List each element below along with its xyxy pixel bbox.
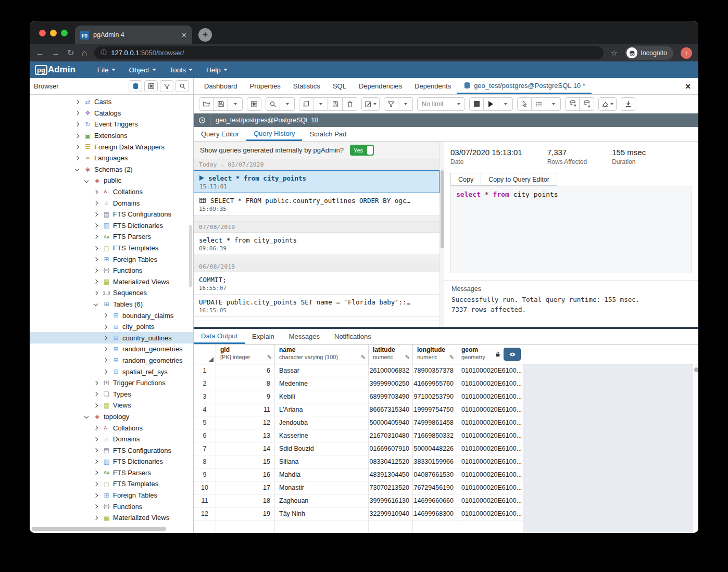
expand-icon[interactable] (103, 324, 107, 328)
cell-geom[interactable]: 0101000020E6100... (457, 416, 523, 429)
rollback-button[interactable] (580, 97, 594, 111)
cell-latitude[interactable]: 36.50000405940 (369, 416, 413, 429)
back-icon[interactable]: ← (36, 49, 44, 57)
cell-geom[interactable]: 0101000020E6100... (457, 364, 523, 377)
cell-geom[interactable]: 0101000020E6100... (457, 507, 523, 520)
expand-icon[interactable] (94, 257, 98, 261)
tree-item-country-outlines[interactable]: ⊞country_outlines (30, 332, 193, 344)
forward-icon[interactable]: → (52, 49, 60, 57)
cell-name[interactable]: Kasserine (275, 429, 369, 442)
cell-gid[interactable]: 18 (216, 494, 275, 507)
browser-tab[interactable]: pg pgAdmin 4 ✕ (75, 26, 192, 44)
expand-icon[interactable] (75, 133, 79, 137)
column-header-latitude[interactable]: latitudenumeric✎ (369, 345, 413, 364)
tree-item-topology[interactable]: ◈topology (30, 411, 193, 423)
internal-queries-toggle[interactable]: Yes (350, 145, 374, 156)
cell-geom[interactable]: 0101000020E6100... (457, 455, 523, 468)
objects-button[interactable] (129, 80, 142, 92)
expand-icon[interactable] (94, 189, 98, 194)
cell-gid[interactable]: 14 (216, 442, 275, 455)
tree-item-fts-dictionaries[interactable]: ▥FTS Dictionaries (30, 456, 193, 467)
grid-vscrollbar[interactable] (693, 364, 698, 533)
cell-gid[interactable]: 15 (216, 455, 275, 468)
close-tab-icon[interactable]: ✕ (677, 78, 698, 94)
tree-item-event-triggers[interactable]: ↻Event Triggers (30, 119, 193, 130)
filter-toolbar-button[interactable] (384, 97, 398, 111)
cell-gid[interactable]: 19 (216, 507, 275, 520)
cell-name[interactable]: L'Ariana (275, 403, 369, 416)
filter-dropdown-button[interactable] (398, 97, 413, 111)
row-number[interactable]: 7 (194, 442, 216, 455)
cell-name[interactable]: Tây Ninh (275, 507, 369, 520)
tab-query-tool[interactable]: geo_test/postgres@PostgreSQL 10 * (457, 78, 592, 94)
cell-longitude[interactable]: 8.71669850332 (413, 429, 457, 442)
output-tab-explain[interactable]: Explain (245, 329, 282, 344)
tree-item-materialized-views[interactable]: ▦Materialized Views (30, 276, 193, 288)
cell-longitude[interactable]: 8.74999861458 (413, 416, 457, 429)
cell-geom[interactable]: 0101000020E6100... (457, 403, 523, 416)
tree-item-catalogs[interactable]: ❖Catalogs (30, 108, 193, 119)
collapse-icon[interactable] (94, 302, 98, 306)
limit-select[interactable]: No limit (417, 97, 465, 111)
cell-latitude[interactable]: 33.39999900250 (369, 377, 413, 390)
expand-icon[interactable] (94, 201, 98, 205)
search-button[interactable] (175, 80, 189, 92)
tree-item-random-geometries[interactable]: ⊞random_geometries (30, 344, 193, 355)
tree-item-sequences[interactable]: 1..3Sequences (30, 287, 193, 299)
address-input[interactable]: ⓘ 127.0.0.1:5050/browser/ (94, 46, 604, 59)
cell-name[interactable]: Siliana (275, 455, 369, 468)
tab-dashboard[interactable]: Dashboard (198, 78, 244, 94)
output-tab-messages[interactable]: Messages (282, 329, 327, 344)
tab-sql[interactable]: SQL (327, 78, 353, 94)
tree-item-schemas-2-[interactable]: ◈Schemas (2) (30, 164, 193, 175)
tree-item-fts-dictionaries[interactable]: ▥FTS Dictionaries (30, 220, 193, 232)
find-button[interactable] (266, 97, 280, 111)
expand-icon[interactable] (94, 426, 98, 430)
history-entry[interactable]: COMMIT;16:55:07 (194, 272, 440, 295)
cell-geom[interactable]: 0101000020E6100... (457, 481, 523, 494)
qtab-scratch-pad[interactable]: Scratch Pad (302, 127, 354, 141)
expand-icon[interactable] (94, 504, 98, 509)
find-dropdown-button[interactable] (280, 97, 295, 111)
tree-item-city-points[interactable]: ⊞city_points (30, 321, 193, 333)
maximize-window-button[interactable] (61, 30, 68, 36)
tree-item-functions[interactable]: {≡}Functions (30, 501, 193, 512)
expand-icon[interactable] (103, 347, 107, 351)
tree-item-extensions[interactable]: ▣Extensions (30, 130, 193, 142)
history-scrollbar[interactable] (440, 142, 444, 327)
delete-button[interactable] (343, 97, 357, 111)
expand-icon[interactable] (94, 482, 98, 486)
explain-dropdown-button[interactable] (546, 97, 561, 111)
expand-icon[interactable] (75, 111, 79, 115)
bookmark-star-icon[interactable]: ☆ (611, 48, 618, 58)
history-entry[interactable]: select * from city_points15:13:01 (194, 170, 440, 193)
cell-latitude[interactable]: 35.21670310480 (369, 429, 413, 442)
tree-item-foreign-tables[interactable]: ⊞Foreign Tables (30, 253, 193, 265)
select-all-corner[interactable] (194, 345, 216, 364)
expand-icon[interactable] (94, 246, 98, 250)
cell-gid[interactable]: 17 (216, 481, 275, 494)
tree-item-fts-templates[interactable]: ▢FTS Templates (30, 243, 193, 254)
execute-dropdown-button[interactable] (498, 97, 513, 111)
expand-icon[interactable] (103, 336, 107, 340)
cell-gid[interactable]: 8 (216, 377, 275, 390)
cell-longitude[interactable]: 9.50000448226 (413, 442, 457, 455)
collapse-icon[interactable] (75, 167, 79, 171)
history-entry[interactable]: select * from city_points (194, 317, 440, 321)
row-number[interactable]: 11 (194, 494, 216, 507)
tab-close-icon[interactable]: ✕ (181, 31, 187, 39)
expand-icon[interactable] (103, 358, 107, 362)
commit-button[interactable] (565, 97, 580, 111)
tree-item-casts[interactable]: ⇄Casts (30, 96, 193, 108)
expand-icon[interactable] (94, 516, 98, 520)
explain-analyze-button[interactable] (532, 97, 546, 111)
tree-item-domains[interactable]: ⌂Domains (30, 434, 193, 445)
tree-item-materialized-views[interactable]: ▦Materialized Views (30, 512, 193, 524)
tree-item-functions[interactable]: {≡}Functions (30, 265, 193, 276)
tree-item-collations[interactable]: A↓Collations (30, 422, 193, 434)
tree-item-domains[interactable]: ⌂Domains (30, 197, 193, 209)
row-number[interactable]: 3 (194, 390, 216, 403)
tree-item-collations[interactable]: A↓Collations (30, 186, 193, 198)
cell-name[interactable]: Sdid Bouzid (275, 442, 369, 455)
cell-latitude[interactable]: 35.48391304450 (369, 468, 413, 481)
